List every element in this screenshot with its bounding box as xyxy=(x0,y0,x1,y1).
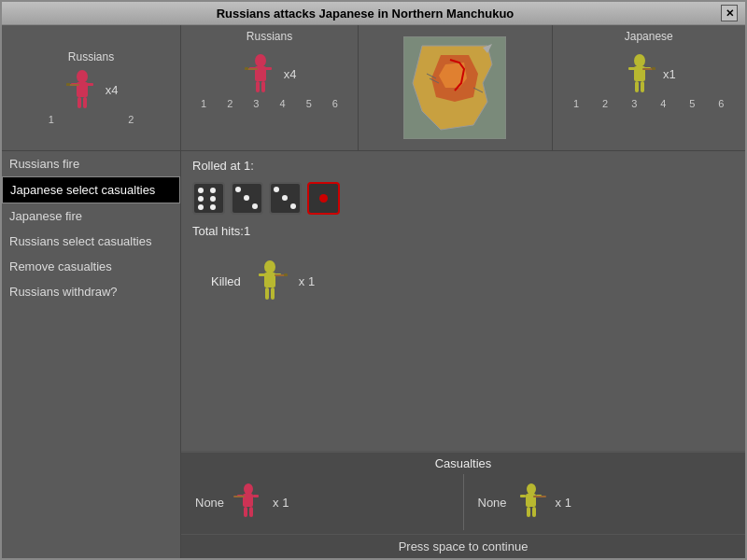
russians-unit-count: x4 xyxy=(284,67,297,81)
russians-header: Russians xyxy=(247,30,292,43)
close-button[interactable]: ✕ xyxy=(721,5,738,21)
svg-point-33 xyxy=(264,260,275,273)
russian-casualty-icon xyxy=(232,481,265,524)
die-1 xyxy=(192,182,225,215)
svg-point-41 xyxy=(244,483,253,495)
map-image xyxy=(403,36,506,139)
titlebar: Russians attacks Japanese in Northern Ma… xyxy=(2,2,745,25)
sidebar-item-russians-withdraw[interactable]: Russians withdraw? xyxy=(2,279,180,304)
japanese-header: Japanese xyxy=(625,30,673,43)
sidebar-item-japanese-fire[interactable]: Japanese fire xyxy=(2,203,180,229)
svg-rect-45 xyxy=(233,496,245,497)
svg-rect-27 xyxy=(628,67,635,70)
japanese-casualty-icon xyxy=(514,481,548,524)
press-space-footer[interactable]: Press space to continue xyxy=(181,534,745,558)
svg-rect-54 xyxy=(532,507,536,517)
svg-rect-14 xyxy=(256,81,260,92)
sidebar: Russians xyxy=(2,25,181,558)
svg-rect-47 xyxy=(249,507,253,517)
svg-rect-5 xyxy=(66,83,70,86)
casualties-title: Casualties xyxy=(181,456,745,470)
svg-rect-13 xyxy=(245,67,248,70)
svg-rect-30 xyxy=(652,67,655,70)
press-space-label: Press space to continue xyxy=(399,539,529,553)
casualties-bar: Casualties None xyxy=(181,451,745,534)
killed-label: Killed xyxy=(211,274,241,288)
russian-casualties: None x 1 xyxy=(181,474,463,530)
total-hits-label: Total hits:1 xyxy=(192,224,734,238)
japanese-unit-icon xyxy=(622,51,657,96)
die-2 xyxy=(231,182,263,215)
svg-rect-46 xyxy=(244,507,247,517)
casualties-row: None x 1 Non xyxy=(181,474,745,530)
japanese-unit-count: x1 xyxy=(663,67,676,81)
map-center xyxy=(359,25,552,150)
russians-label: Russians xyxy=(68,50,114,63)
killed-row: Killed x 1 xyxy=(192,257,734,305)
svg-rect-11 xyxy=(265,67,272,70)
battle-log: Rolled at 1: xyxy=(181,151,745,451)
japanese-side: Japanese x1 xyxy=(552,25,746,150)
dice-row xyxy=(192,182,734,215)
window: Russians attacks Japanese in Northern Ma… xyxy=(0,0,747,560)
svg-rect-42 xyxy=(243,494,253,507)
svg-rect-32 xyxy=(641,81,644,92)
die-3 xyxy=(269,182,302,215)
svg-point-0 xyxy=(77,70,88,83)
russians-count: x4 xyxy=(106,83,119,97)
main-area: Russians xyxy=(2,25,745,558)
svg-rect-7 xyxy=(83,97,87,108)
russians-numbers: 1 2 xyxy=(7,114,176,125)
window-title: Russians attacks Japanese in Northern Ma… xyxy=(9,7,721,21)
svg-point-48 xyxy=(527,483,536,495)
svg-rect-34 xyxy=(264,273,275,287)
japanese-casualty-count: x 1 xyxy=(556,496,571,510)
svg-rect-6 xyxy=(78,97,81,108)
combat-area: Russians x4 xyxy=(181,25,745,558)
svg-rect-31 xyxy=(635,81,639,92)
svg-point-25 xyxy=(634,54,645,67)
svg-rect-44 xyxy=(253,495,259,497)
japanese-none-label: None xyxy=(478,496,507,510)
russian-none-label: None xyxy=(195,496,224,510)
svg-rect-39 xyxy=(265,287,269,300)
svg-rect-3 xyxy=(87,83,93,86)
svg-rect-50 xyxy=(520,495,526,497)
sidebar-item-russians-fire[interactable]: Russians fire xyxy=(2,151,180,176)
svg-rect-53 xyxy=(527,507,530,517)
svg-rect-52 xyxy=(533,496,546,497)
units-row: Russians x4 xyxy=(181,25,745,151)
svg-rect-40 xyxy=(271,287,275,300)
rolled-label: Rolled at 1: xyxy=(192,159,734,173)
die-4-hit xyxy=(307,182,340,215)
sidebar-item-japanese-select-casualties[interactable]: Japanese select casualties xyxy=(2,176,180,203)
russians-scale: 1 2 3 4 5 6 xyxy=(186,98,353,109)
sidebar-item-russians-select-casualties[interactable]: Russians select casualties xyxy=(2,229,180,254)
svg-rect-35 xyxy=(259,273,265,276)
russians-side: Russians x4 xyxy=(181,25,359,150)
svg-rect-38 xyxy=(284,273,288,276)
russian-unit-icon xyxy=(243,51,278,96)
killed-count: x 1 xyxy=(299,274,315,288)
russian-soldier-icon xyxy=(64,67,100,112)
killed-japanese-icon xyxy=(250,257,289,305)
japanese-casualties: None x 1 xyxy=(463,474,746,530)
russian-casualty-count: x 1 xyxy=(273,496,289,510)
sidebar-item-remove-casualties[interactable]: Remove casualties xyxy=(2,254,180,279)
svg-rect-15 xyxy=(261,81,265,92)
svg-point-8 xyxy=(255,54,266,67)
japanese-scale: 1 2 3 4 5 6 xyxy=(557,98,741,109)
